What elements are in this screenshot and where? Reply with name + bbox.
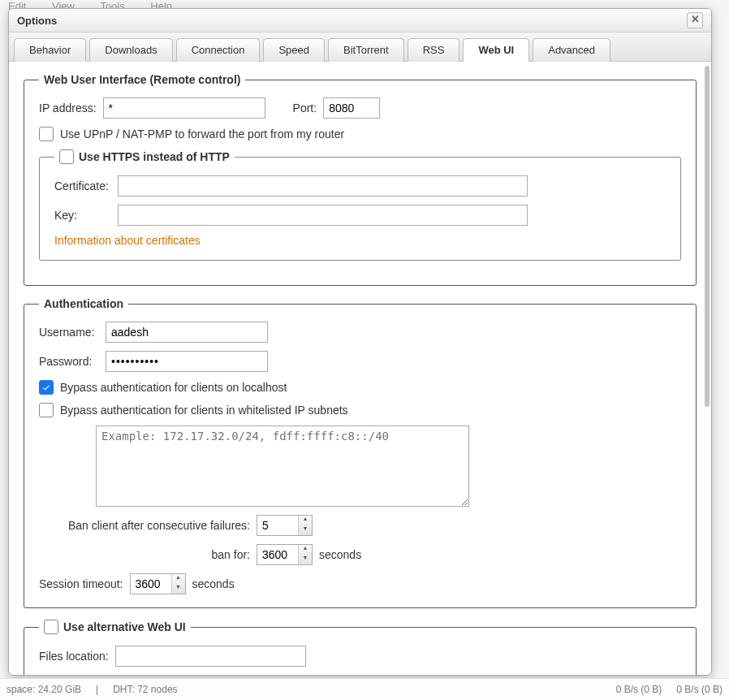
certificate-input[interactable] [118,175,528,197]
tab-webui[interactable]: Web UI [463,38,529,62]
https-legend-text: Use HTTPS instead of HTTP [79,150,230,163]
ban-for-seconds-label: seconds [319,548,361,561]
certificate-label: Certificate: [54,179,111,192]
auth-legend: Authentication [39,297,128,310]
spinner-down-icon[interactable]: ▼ [299,525,312,535]
dialog-title: Options [17,15,57,27]
bypass-whitelist-label: Bypass authentication for clients in whi… [60,404,348,417]
status-download-speed: 0 B/s (0 B) [616,684,662,695]
alt-webui-enable-checkbox[interactable] [44,620,58,634]
scrollbar-thumb[interactable] [705,66,710,407]
tab-downloads[interactable]: Downloads [89,38,172,62]
spinner-up-icon[interactable]: ▲ [299,516,312,525]
alt-webui-legend-text: Use alternative Web UI [63,620,186,633]
tab-connection[interactable]: Connection [176,38,261,62]
upnp-checkbox[interactable] [39,127,54,141]
password-label: Password: [39,355,99,368]
spinner-up-icon[interactable]: ▲ [299,545,312,555]
tab-bar: Behavior Downloads Connection Speed BitT… [9,32,711,62]
files-location-label: Files location: [39,650,109,663]
https-fieldset: Use HTTPS instead of HTTP Certificate: K… [39,149,681,261]
key-label: Key: [54,209,111,222]
alt-webui-legend: Use alternative Web UI [39,620,191,634]
files-location-input[interactable] [115,646,306,667]
session-timeout-label: Session timeout: [39,577,123,590]
username-input[interactable] [106,322,268,343]
webui-fieldset: Web User Interface (Remote control) IP a… [24,73,697,286]
tab-behavior[interactable]: Behavior [14,38,86,62]
options-dialog: Options ✕ Behavior Downloads Connection … [8,8,712,676]
spinner-down-icon[interactable]: ▼ [299,555,312,564]
auth-fieldset: Authentication Username: Password: Bypas… [24,297,697,608]
dialog-content[interactable]: Web User Interface (Remote control) IP a… [9,62,711,675]
certificates-info-link[interactable]: Information about certificates [54,234,201,247]
close-icon[interactable]: ✕ [687,12,703,28]
password-input[interactable] [106,351,268,372]
spinner-down-icon[interactable]: ▼ [172,584,185,594]
ban-failures-input[interactable] [257,516,298,535]
ban-failures-label: Ban client after consecutive failures: [68,519,250,532]
ip-address-input[interactable] [103,97,265,119]
ban-failures-spinner[interactable]: ▲▼ [257,515,313,536]
ip-address-label: IP address: [39,102,97,115]
status-dht: DHT: 72 nodes [113,684,177,695]
ban-for-input[interactable] [257,545,298,564]
port-label: Port: [293,102,317,115]
tab-advanced[interactable]: Advanced [533,38,610,62]
spinner-up-icon[interactable]: ▲ [172,574,185,584]
https-enable-checkbox[interactable] [59,149,74,164]
port-input[interactable] [323,97,380,119]
status-free-space: space: 24.20 GiB [6,684,81,695]
tab-bittorrent[interactable]: BitTorrent [328,38,404,62]
webui-legend: Web User Interface (Remote control) [39,73,245,86]
username-label: Username: [39,326,99,339]
alt-webui-fieldset: Use alternative Web UI Files location: [24,620,697,675]
https-legend: Use HTTPS instead of HTTP [54,149,235,164]
session-timeout-seconds-label: seconds [192,577,235,590]
dialog-titlebar: Options ✕ [9,9,711,32]
status-upload-speed: 0 B/s (0 B) [676,684,723,695]
ip-whitelist-textarea[interactable] [96,426,469,507]
tab-speed[interactable]: Speed [263,38,325,62]
upnp-label: Use UPnP / NAT-PMP to forward the port f… [60,127,344,140]
tab-rss[interactable]: RSS [408,38,460,62]
ban-for-spinner[interactable]: ▲▼ [257,544,313,565]
status-bar: space: 24.20 GiB | DHT: 72 nodes 0 B/s (… [0,678,729,700]
session-timeout-spinner[interactable]: ▲▼ [130,573,186,594]
bypass-whitelist-checkbox[interactable] [39,403,54,417]
session-timeout-input[interactable] [131,574,171,594]
ban-for-label: ban for: [212,548,250,561]
bypass-localhost-label: Bypass authentication for clients on loc… [60,381,287,394]
key-input[interactable] [118,205,528,226]
bypass-localhost-checkbox[interactable] [39,380,54,395]
